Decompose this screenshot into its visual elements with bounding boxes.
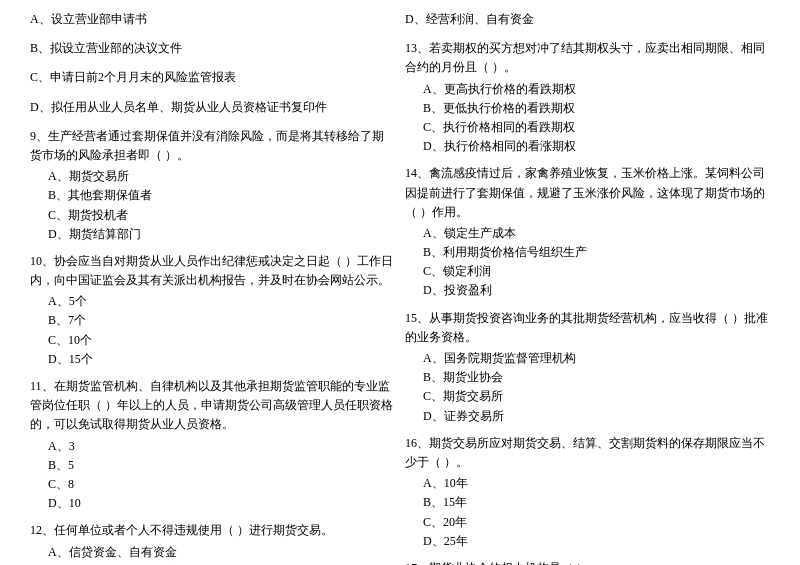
option-item: B、更低执行价格的看跌期权 [405,99,770,118]
option-item: C、锁定利润 [405,262,770,281]
option-item: A、5个 [30,292,395,311]
option-item: D、25年 [405,532,770,551]
question-text: 11、在期货监管机构、自律机构以及其他承担期货监管职能的专业监管岗位任职（ ）年… [30,377,395,435]
option-item: C、期货投机者 [30,206,395,225]
option-item: B、15年 [405,493,770,512]
option-item: C、执行价格相同的看跌期权 [405,118,770,137]
question-block: 15、从事期货投资咨询业务的其批期货经营机构，应当收得（ ）批准的业务资格。A、… [405,309,770,426]
question-block: 11、在期货监管机构、自律机构以及其他承担期货监管职能的专业监管岗位任职（ ）年… [30,377,395,513]
question-text: 10、协会应当自对期货从业人员作出纪律惩戒决定之日起（ ）工作日内，向中国证监会… [30,252,395,290]
right-column: D、经营利润、自有资金13、若卖期权的买方想对冲了结其期权头寸，应卖出相同期限、… [405,10,770,565]
option-item: B、其他套期保值者 [30,186,395,205]
option-item: A、锁定生产成本 [405,224,770,243]
question-block: 10、协会应当自对期货从业人员作出纪律惩戒决定之日起（ ）工作日内，向中国证监会… [30,252,395,369]
question-text: 9、生产经营者通过套期保值并没有消除风险，而是将其转移给了期货市场的风险承担者即… [30,127,395,165]
question-block: C、申请日前2个月月末的风险监管报表 [30,68,395,89]
option-item: B、利用期货价格信号组织生产 [405,243,770,262]
question-text: 16、期货交易所应对期货交易、结算、交割期货料的保存期限应当不少于（ ）。 [405,434,770,472]
option-item: C、10个 [30,331,395,350]
left-column: A、设立营业部申请书B、拟设立营业部的决议文件C、申请日前2个月月末的风险监管报… [30,10,395,565]
option-item: C、期货交易所 [405,387,770,406]
option-item: A、更高执行价格的看跌期权 [405,80,770,99]
question-block: 12、任何单位或者个人不得违规使用（ ）进行期货交易。A、信贷资金、自有资金B、… [30,521,395,565]
option-item: B、5 [30,456,395,475]
question-block: B、拟设立营业部的决议文件 [30,39,395,60]
question-text: 13、若卖期权的买方想对冲了结其期权头寸，应卖出相同期限、相同合约的月份且（ ）… [405,39,770,77]
question-text: A、设立营业部申请书 [30,10,395,29]
question-block: A、设立营业部申请书 [30,10,395,31]
option-item: A、期货交易所 [30,167,395,186]
question-text: D、拟任用从业人员名单、期货从业人员资格证书复印件 [30,98,395,117]
page-content: A、设立营业部申请书B、拟设立营业部的决议文件C、申请日前2个月月末的风险监管报… [30,10,770,565]
option-item: A、3 [30,437,395,456]
option-item: D、期货结算部门 [30,225,395,244]
question-text: C、申请日前2个月月末的风险监管报表 [30,68,395,87]
question-block: D、拟任用从业人员名单、期货从业人员资格证书复印件 [30,98,395,119]
option-item: A、国务院期货监督管理机构 [405,349,770,368]
question-text: 15、从事期货投资咨询业务的其批期货经营机构，应当收得（ ）批准的业务资格。 [405,309,770,347]
question-block: D、经营利润、自有资金 [405,10,770,31]
option-item: A、信贷资金、自有资金 [30,543,395,562]
option-item: C、8 [30,475,395,494]
option-item: C、20年 [405,513,770,532]
question-text: D、经营利润、自有资金 [405,10,770,29]
option-item: D、证券交易所 [405,407,770,426]
question-block: 14、禽流感疫情过后，家禽养殖业恢复，玉米价格上涨。某饲料公司因提前进行了套期保… [405,164,770,300]
question-text: 12、任何单位或者个人不得违规使用（ ）进行期货交易。 [30,521,395,540]
question-block: 16、期货交易所应对期货交易、结算、交割期货料的保存期限应当不少于（ ）。A、1… [405,434,770,551]
option-item: D、投资盈利 [405,281,770,300]
option-item: A、10年 [405,474,770,493]
option-item: B、7个 [30,311,395,330]
two-column-layout: A、设立营业部申请书B、拟设立营业部的决议文件C、申请日前2个月月末的风险监管报… [30,10,770,565]
option-item: B、期货业协会 [405,368,770,387]
option-item: D、10 [30,494,395,513]
option-item: D、15个 [30,350,395,369]
question-block: 9、生产经营者通过套期保值并没有消除风险，而是将其转移给了期货市场的风险承担者即… [30,127,395,244]
question-block: 13、若卖期权的买方想对冲了结其期权头寸，应卖出相同期限、相同合约的月份且（ ）… [405,39,770,156]
question-text: 17、期货业协会的权力机构是（ ）。 [405,559,770,565]
question-text: B、拟设立营业部的决议文件 [30,39,395,58]
question-text: 14、禽流感疫情过后，家禽养殖业恢复，玉米价格上涨。某饲料公司因提前进行了套期保… [405,164,770,222]
question-block: 17、期货业协会的权力机构是（ ）。A、会员大会B、理事会C、期货部 [405,559,770,565]
option-item: D、执行价格相同的看涨期权 [405,137,770,156]
